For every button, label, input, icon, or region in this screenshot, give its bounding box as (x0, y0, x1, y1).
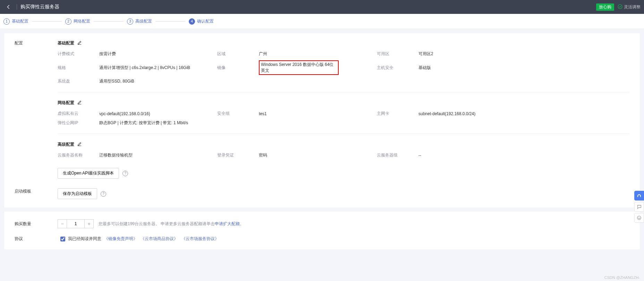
sg-label: 安全组 (217, 111, 259, 117)
svg-point-1 (637, 216, 641, 220)
feedback-widget[interactable] (634, 213, 644, 223)
divider-line (58, 92, 629, 92)
agree-checkbox[interactable] (60, 237, 65, 241)
purchase-qty-label: 购买数量 (15, 221, 58, 227)
advanced-title-row: 高级配置 (58, 142, 629, 147)
security-label: 主机安全 (377, 65, 418, 71)
group-value: -- (418, 153, 536, 158)
advanced-title: 高级配置 (58, 142, 74, 147)
save-template-button[interactable]: 保存为启动模板 (58, 188, 97, 199)
pencil-icon (77, 100, 82, 105)
help-api-icon[interactable]: ? (122, 171, 128, 176)
chat-icon (637, 204, 642, 209)
eip-value: 静态BGP | 计费方式: 按带宽计费 | 带宽: 1 Mbit/s (99, 120, 217, 126)
basic-title-row: 基础配置 (58, 40, 629, 46)
header-divider (17, 4, 17, 10)
svg-point-2 (638, 217, 639, 218)
sysdisk-value: 通用型SSD, 80GiB (99, 78, 217, 84)
sg-value: tes1 (259, 111, 377, 116)
smile-icon (637, 215, 642, 220)
apply-quota-link[interactable]: 申请扩大配额 (215, 221, 240, 226)
qty-hint: 您最多可以创建199台云服务器。 申请更多云服务器配额请单击申请扩大配额。 (99, 221, 244, 227)
network-title-row: 网络配置 (58, 100, 629, 106)
step-line (94, 21, 124, 22)
agreement-link-market-service[interactable]: 《云市场服务协议》 (181, 236, 219, 241)
config-section-label: 配置 (15, 40, 58, 46)
edit-network-button[interactable] (77, 100, 82, 106)
cred-label: 登录凭证 (217, 152, 259, 158)
step-network[interactable]: 2 网络配置 (65, 18, 90, 25)
image-highlight: Windows Server 2016 数据中心版 64位英文 (259, 60, 339, 75)
step-bar: 1 基础配置 2 网络配置 3 高级配置 4 确认配置 (0, 14, 644, 29)
generate-api-button[interactable]: 生成Open API最佳实践脚本 (58, 168, 119, 179)
divider-line (58, 134, 629, 134)
step-line (32, 21, 62, 22)
flex-adjust-link[interactable]: 灵活调整 (618, 4, 641, 10)
top-header: 购买弹性云服务器 放心购 灵活调整 (0, 0, 644, 14)
pencil-icon (77, 40, 82, 45)
quantity-stepper: − + (58, 219, 94, 228)
vpc-label: 虚拟私有云 (58, 111, 99, 117)
qty-minus-button[interactable]: − (58, 220, 67, 228)
spec-value: 通用计算增强型 | c6s.2xlarge.2 | 8vCPUs | 16GiB (99, 65, 217, 71)
az-value: 可用区2 (418, 51, 536, 57)
chevron-left-icon (7, 5, 10, 9)
security-value: 基础版 (418, 65, 536, 71)
page-title: 购买弹性云服务器 (20, 4, 59, 10)
vpc-value: vpc-default(192.168.0.0/16) (99, 111, 217, 116)
eip-label: 弹性公网IP (58, 120, 99, 126)
region-value: 广州 (259, 51, 377, 57)
pencil-icon (77, 142, 82, 146)
back-button[interactable] (3, 2, 13, 12)
svg-point-0 (618, 5, 622, 9)
step-confirm[interactable]: 4 确认配置 (189, 18, 214, 25)
billing-value: 按需计费 (99, 51, 217, 57)
cred-value: 密码 (259, 152, 377, 158)
agreement-link-market-goods[interactable]: 《云市场商品协议》 (141, 236, 178, 241)
chat-widget[interactable] (634, 202, 644, 212)
svg-point-3 (639, 217, 640, 218)
basic-grid: 计费模式 按需计费 区域 广州 可用区 可用区2 规格 通用计算增强型 | c6… (58, 51, 629, 84)
step-label: 网络配置 (74, 18, 90, 24)
billing-label: 计费模式 (58, 51, 99, 57)
agreement-label: 协议 (15, 236, 58, 242)
network-grid: 虚拟私有云 vpc-default(192.168.0.0/16) 安全组 te… (58, 111, 629, 126)
agreement-link-image-disclaimer[interactable]: 《镜像免责声明》 (104, 236, 137, 241)
qty-input[interactable] (67, 220, 84, 228)
spec-label: 规格 (58, 65, 99, 71)
flex-adjust-label: 灵活调整 (624, 4, 641, 10)
az-label: 可用区 (377, 51, 418, 57)
region-label: 区域 (217, 51, 259, 57)
network-title: 网络配置 (58, 100, 74, 106)
nic-label: 主网卡 (377, 111, 418, 117)
step-label: 基础配置 (12, 18, 28, 24)
step-label: 确认配置 (197, 18, 214, 24)
basic-title: 基础配置 (58, 40, 74, 46)
image-value: Windows Server 2016 数据中心版 64位英文 (259, 60, 377, 75)
check-circle-icon (618, 4, 622, 10)
server-name-label: 云服务器名称 (58, 152, 99, 158)
edit-advanced-button[interactable] (77, 142, 82, 147)
step-basic[interactable]: 1 基础配置 (3, 18, 28, 25)
advanced-grid: 云服务器名称 迁移数据传输机型 登录凭证 密码 云服务器组 -- (58, 152, 629, 158)
config-panel: 配置 基础配置 计费模式 按需计费 区域 广州 可用区 可用区2 规格 通用计算… (4, 33, 640, 207)
purchase-panel: 购买数量 − + 您最多可以创建199台云服务器。 申请更多云服务器配额请单击申… (4, 212, 640, 249)
support-widget[interactable] (634, 191, 644, 201)
safe-buy-badge[interactable]: 放心购 (596, 3, 614, 11)
step-advanced[interactable]: 3 高级配置 (127, 18, 152, 25)
help-template-icon[interactable]: ? (101, 191, 106, 197)
edit-basic-button[interactable] (77, 40, 82, 46)
headset-icon (636, 193, 642, 198)
side-widgets (634, 191, 644, 223)
nic-value: subnet-default(192.168.0.0/24) (418, 111, 536, 116)
server-name-value: 迁移数据传输机型 (99, 152, 217, 158)
step-line (155, 21, 185, 22)
sysdisk-label: 系统盘 (58, 78, 99, 84)
qty-plus-button[interactable]: + (84, 220, 93, 228)
launch-template-label: 启动模板 (15, 188, 58, 194)
image-label: 镜像 (217, 65, 259, 71)
step-label: 高级配置 (135, 18, 152, 24)
agree-prefix: 我已经阅读并同意 (68, 236, 101, 242)
group-label: 云服务器组 (377, 152, 418, 158)
